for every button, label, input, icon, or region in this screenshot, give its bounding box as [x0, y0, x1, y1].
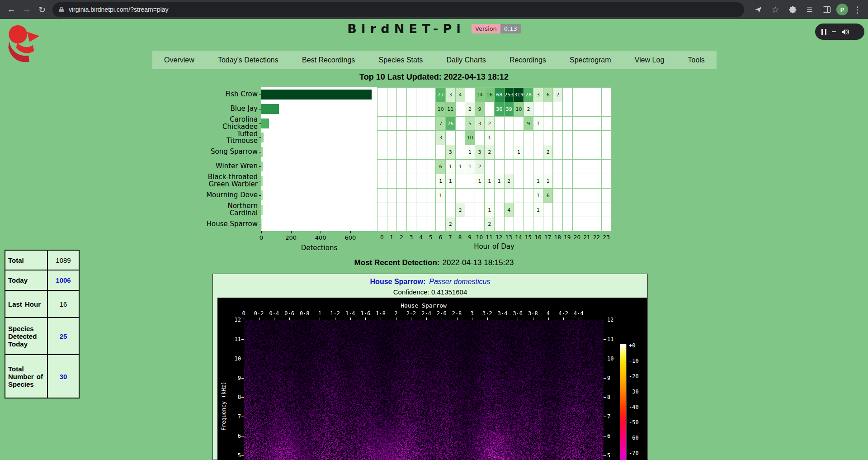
stats-table: Total1089Today1006Last Hour16Species Det…: [5, 250, 80, 398]
extensions-icon[interactable]: [785, 2, 800, 17]
spectrogram-freq-ticklabel: 11: [226, 336, 241, 342]
spectrogram-time-tick: [274, 318, 274, 320]
nav-item-overview[interactable]: Overview: [152, 51, 206, 69]
heatmap-xaxis-ticklabel: 12: [494, 234, 504, 241]
heatmap-xaxis-ticklabel: 15: [524, 234, 533, 241]
spectrogram-time-tick: [365, 318, 366, 320]
spectrogram-freq-ticklabel-right: 12: [607, 317, 622, 323]
heatmap-cell: [377, 203, 387, 218]
bookmark-star-icon[interactable]: ☆: [768, 2, 783, 17]
colorbar-ticklabel: -10: [629, 358, 639, 364]
spectrogram-time-ticklabel: 0·6: [282, 310, 297, 317]
heatmap-cell: [406, 130, 417, 145]
heatmap-xaxis-ticklabel: 21: [582, 234, 592, 241]
profile-avatar[interactable]: P: [836, 4, 848, 15]
heatmap-cell: [465, 174, 475, 189]
spectrogram-time-tick: [289, 318, 290, 320]
spectrogram-freq-ticklabel: 12: [226, 317, 241, 323]
back-icon[interactable]: ←: [4, 2, 19, 17]
address-bar[interactable]: virginia.birdnetpi.com/?stream=play: [52, 2, 744, 17]
heatmap-xaxis-ticklabel: 9: [465, 234, 475, 241]
heatmap-cell: [582, 217, 592, 232]
reading-list-icon[interactable]: ☰: [802, 2, 817, 17]
spectrogram-time-tick: [563, 318, 564, 320]
heatmap-cell: [406, 188, 417, 203]
stats-label: Species Detected Today: [5, 318, 47, 355]
heatmap-cell: 319: [514, 87, 524, 102]
heatmap-cell: [455, 102, 466, 117]
heatmap-cell: [455, 130, 466, 145]
nav-item-daily-charts[interactable]: Daily Charts: [434, 51, 497, 69]
heatmap-cell: [553, 130, 563, 145]
heatmap-cell: [533, 159, 543, 174]
stats-label: Today: [5, 270, 47, 290]
forward-icon[interactable]: →: [19, 2, 34, 17]
detections-bar: [261, 205, 263, 215]
audio-player[interactable]: [815, 24, 864, 40]
send-icon[interactable]: [750, 2, 766, 17]
spectrogram-time-ticklabel: 3·6: [510, 310, 525, 317]
spectrogram-time-ticklabel: 1·6: [358, 310, 373, 317]
yaxis-tick: [259, 152, 261, 152]
nav-item-best-recordings[interactable]: Best Recordings: [290, 51, 367, 69]
heatmap-cell: [562, 102, 573, 117]
heatmap-cell: [504, 159, 514, 174]
heatmap-cell: 4: [504, 203, 514, 218]
heatmap-cell: [396, 174, 407, 189]
menu-kebab-icon[interactable]: ⋮: [850, 2, 865, 17]
nav-item-recordings[interactable]: Recordings: [498, 51, 558, 69]
heatmap-cell: [514, 188, 524, 203]
species-link[interactable]: House Sparrow:: [370, 278, 426, 285]
yaxis-tick: [259, 195, 261, 196]
heatmap-cell: [553, 217, 563, 232]
spectrogram-time-tick: [320, 318, 320, 320]
nav-item-species-stats[interactable]: Species Stats: [367, 51, 434, 69]
heatmap-cell: [533, 102, 543, 117]
side-panel-icon[interactable]: [819, 2, 835, 17]
stats-value[interactable]: 30: [47, 355, 79, 398]
nav-item-today-s-detections[interactable]: Today's Detections: [206, 51, 290, 69]
spectrogram-freq-ticklabel: 10: [226, 356, 241, 362]
heatmap-cell: [387, 130, 397, 145]
stats-value[interactable]: 25: [47, 318, 79, 355]
heatmap-cell: [484, 188, 495, 203]
reload-icon[interactable]: ↻: [34, 2, 50, 17]
heatmap-cell: [601, 145, 612, 160]
heatmap-cell: 6: [543, 188, 553, 203]
stats-value[interactable]: 1006: [47, 270, 79, 290]
species-label: Northern Cardinal: [204, 203, 258, 217]
spectrogram-image: [244, 320, 604, 460]
pause-button[interactable]: [821, 29, 826, 35]
spectrogram-freq-ticklabel-right: 6: [607, 433, 622, 439]
spectrogram-time-tick: [381, 318, 381, 320]
heatmap-cell: [562, 130, 573, 145]
heatmap-cell: [572, 159, 583, 174]
heatmap-cell: [504, 116, 514, 131]
detections-bar: [261, 90, 372, 100]
heatmap-xaxis-ticklabel: 2: [396, 234, 406, 241]
heatmap-cell: [475, 203, 485, 218]
spectrogram-freq-tick-right: [604, 417, 606, 417]
nav-item-view-log[interactable]: View Log: [623, 51, 676, 69]
detections-bar: [261, 161, 263, 171]
heatmap-cell: [562, 145, 573, 160]
colorbar-ticklabel: -40: [629, 404, 639, 410]
heatmap-cell: [592, 217, 602, 232]
heatmap-cell: [601, 174, 612, 189]
heatmap-cell: [484, 102, 495, 117]
volume-icon[interactable]: [841, 28, 850, 35]
nav-item-spectrogram[interactable]: Spectrogram: [558, 51, 623, 69]
player-seek[interactable]: [832, 31, 836, 33]
spectrogram-freq-tick: [241, 320, 244, 320]
heatmap-cell: [514, 217, 524, 232]
heatmap-cell: [504, 130, 514, 145]
heatmap-cell: [377, 217, 387, 232]
heatmap-cell: [465, 217, 475, 232]
spectrogram-freq-tick-right: [604, 378, 606, 379]
detections-bar: [261, 119, 269, 128]
spectrogram-time-ticklabel: 0·8: [297, 310, 312, 317]
heatmap-cell: [572, 116, 583, 131]
species-label: Song Sparrow: [204, 145, 258, 159]
spectrogram-time-tick: [579, 318, 579, 320]
nav-item-tools[interactable]: Tools: [676, 51, 717, 69]
